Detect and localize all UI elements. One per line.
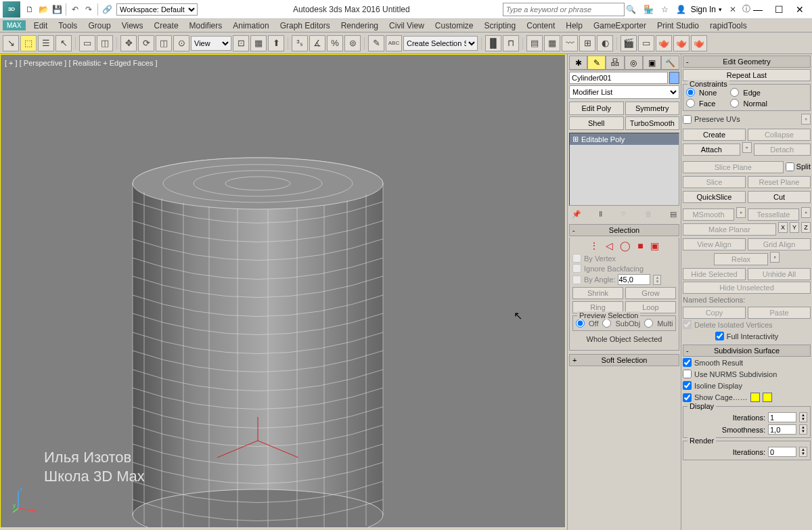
named-selection-select[interactable]: Create Selection Se (403, 36, 478, 51)
menu-tools[interactable]: Tools (53, 20, 83, 32)
quickslice-button[interactable]: QuickSlice (683, 191, 746, 203)
use-nurms-checkbox[interactable] (683, 370, 692, 378)
shrink-button[interactable]: Shrink (572, 287, 623, 299)
symmetry-button[interactable]: Symmetry (625, 102, 680, 115)
menu-group[interactable]: Group (83, 20, 116, 32)
workspace-select[interactable]: Workspace: Default (116, 3, 198, 16)
element-subobj-icon[interactable]: ▣ (650, 240, 659, 251)
preserve-uvs-settings-icon[interactable]: ▫ (801, 114, 811, 125)
object-name-input[interactable] (569, 72, 668, 84)
redo-icon[interactable]: ↷ (83, 3, 95, 16)
menu-customize[interactable]: Customize (430, 20, 479, 32)
render-iterative-icon[interactable]: 🫖 (691, 35, 707, 51)
iterations-input[interactable] (768, 412, 796, 422)
hierarchy-tab-icon[interactable]: 品 (606, 56, 624, 70)
open-icon[interactable]: 📂 (37, 3, 49, 16)
spinner-snap-icon[interactable]: ⊚ (344, 35, 361, 51)
constraint-edge-radio[interactable] (730, 88, 739, 97)
person-icon[interactable]: 👤 (675, 3, 687, 16)
placement-icon[interactable]: ⊙ (173, 35, 189, 51)
preview-off-radio[interactable] (576, 319, 585, 328)
app-store-icon[interactable]: 🏪 (643, 3, 655, 16)
cage-color1-swatch[interactable] (750, 393, 760, 402)
menu-grapheditors[interactable]: Graph Editors (275, 20, 336, 32)
align-icon[interactable]: ⊓ (503, 35, 519, 51)
constraint-face-radio[interactable] (686, 99, 695, 108)
cage-color2-swatch[interactable] (763, 393, 772, 402)
move-icon[interactable]: ✥ (120, 35, 137, 51)
search-input[interactable] (503, 3, 625, 16)
menu-gameexporter[interactable]: GameExporter (588, 20, 652, 32)
menu-create[interactable]: Create (149, 20, 184, 32)
remove-modifier-icon[interactable]: 🗑 (645, 210, 652, 218)
grow-button[interactable]: Grow (625, 287, 676, 299)
menu-animation[interactable]: Animation (227, 20, 274, 32)
scene-explorer-icon[interactable]: ▦ (544, 35, 560, 51)
layer-icon[interactable]: ▤ (526, 35, 543, 51)
maximize-icon[interactable]: ☐ (775, 4, 784, 15)
preview-multi-radio[interactable] (644, 319, 653, 328)
full-interactivity-checkbox[interactable] (715, 332, 724, 340)
subdiv-surface-header[interactable]: -Subdivision Surface (683, 345, 811, 357)
shell-button[interactable]: Shell (569, 116, 624, 130)
planar-x-button[interactable]: X (778, 222, 788, 233)
viewport-label[interactable]: [ + ] [ Perspective ] [ Realistic + Edge… (5, 59, 158, 67)
menu-rapidtools[interactable]: rapidTools (704, 20, 752, 32)
pin-stack-icon[interactable]: 📌 (572, 210, 581, 219)
by-angle-input[interactable] (618, 274, 650, 285)
render-iterations-input[interactable] (768, 447, 796, 457)
select-by-name-icon[interactable]: ☰ (38, 35, 54, 51)
cylinder-mesh[interactable] (102, 150, 413, 528)
scale-icon[interactable]: ◫ (156, 35, 172, 51)
menu-civilview[interactable]: Civil View (384, 20, 430, 32)
smooth-result-checkbox[interactable] (683, 358, 692, 367)
menu-views[interactable]: Views (116, 20, 149, 32)
sign-in-link[interactable]: Sign In (691, 5, 716, 14)
named-sel-abc-icon[interactable]: ABC (386, 35, 402, 51)
utilities-tab-icon[interactable]: 🔨 (661, 56, 679, 70)
render-setup-icon[interactable]: 🎬 (621, 35, 637, 51)
keyboard-shortcut-icon[interactable]: ⬆ (268, 35, 284, 51)
edge-subobj-icon[interactable]: ◁ (606, 240, 613, 251)
smoothness-input[interactable] (768, 424, 796, 435)
curve-editor-icon[interactable]: 〰 (562, 35, 578, 51)
max-menu[interactable]: MAX (3, 20, 26, 30)
editpoly-button[interactable]: Edit Poly (569, 102, 624, 115)
ref-coord-select[interactable]: View (191, 36, 231, 51)
rect-select-icon[interactable]: ▭ (79, 35, 95, 51)
cut-button[interactable]: Cut (748, 191, 811, 203)
help-icon[interactable]: ⓘ (740, 3, 752, 16)
select-icon[interactable]: ⬚ (20, 35, 37, 51)
menu-scripting[interactable]: Scripting (479, 20, 522, 32)
modify-tab-icon[interactable]: ✎ (587, 56, 606, 70)
arrow-icon[interactable]: ↖ (55, 35, 72, 51)
show-cage-checkbox[interactable] (683, 393, 692, 402)
menu-rendering[interactable]: Rendering (336, 20, 384, 32)
attach-button[interactable]: Attach (683, 143, 740, 156)
menu-help[interactable]: Help (560, 20, 588, 32)
planar-z-button[interactable]: Z (801, 222, 811, 233)
polygon-subobj-icon[interactable]: ■ (637, 240, 643, 251)
new-icon[interactable]: 🗋 (24, 3, 36, 16)
make-unique-icon[interactable]: ⩔ (620, 210, 627, 218)
split-checkbox[interactable] (786, 162, 794, 171)
window-crossing-icon[interactable]: ◫ (97, 35, 113, 51)
attach-list-icon[interactable]: ▫ (742, 142, 752, 153)
save-icon[interactable]: 💾 (51, 3, 63, 16)
selection-rollout-header[interactable]: -Selection (569, 224, 679, 236)
material-icon[interactable]: ◐ (597, 35, 613, 51)
planar-y-button[interactable]: Y (790, 222, 799, 233)
select-link-icon[interactable]: ↘ (3, 35, 19, 51)
render-frame-icon[interactable]: ▭ (638, 35, 654, 51)
constraint-none-radio[interactable] (686, 88, 695, 97)
viewport[interactable]: [ + ] [ Perspective ] [ Realistic + Edge… (0, 54, 566, 528)
exchange-icon[interactable]: ✕ (727, 3, 739, 16)
vertex-subobj-icon[interactable]: ⋮ (589, 240, 599, 251)
angle-snap-icon[interactable]: ∡ (309, 35, 325, 51)
stack-item-editable-poly[interactable]: ⊞Editable Poly (570, 133, 679, 145)
minimize-icon[interactable]: — (753, 4, 763, 15)
menu-printstudio[interactable]: Print Studio (652, 20, 704, 32)
isoline-display-checkbox[interactable] (683, 381, 692, 390)
border-subobj-icon[interactable]: ◯ (620, 240, 631, 251)
pivot-icon[interactable]: ⊡ (233, 35, 249, 51)
